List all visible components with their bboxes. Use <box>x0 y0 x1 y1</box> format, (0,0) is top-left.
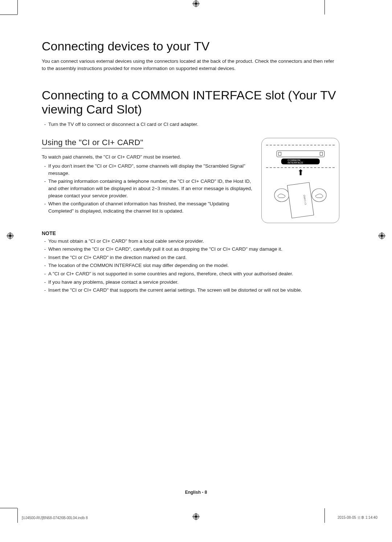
registration-mark-icon <box>7 232 14 239</box>
note-item: -A "CI or CI+ CARD" is not supported in … <box>42 270 339 278</box>
note-heading: NOTE <box>42 230 339 236</box>
dash-icon: - <box>42 238 48 245</box>
figure-ci-slot: COMMON INTERFACE ⬆ CI CARD <box>261 138 339 223</box>
dash-icon: - <box>42 279 48 286</box>
note-text: The location of the COMMON INTERFACE slo… <box>48 262 339 269</box>
intro-paragraph: You can connect various external devices… <box>42 58 339 72</box>
print-metadata: [UJ4500-RU]BN68-07426B-00L04.indb 8 2015… <box>22 515 377 520</box>
dash-icon: - <box>42 262 48 269</box>
dash-icon: - <box>42 163 48 177</box>
note-text: A "CI or CI+ CARD" is not supported in s… <box>48 270 339 278</box>
crop-mark <box>17 508 18 523</box>
note-text: When removing the "CI or CI+ CARD", care… <box>48 246 339 253</box>
note-text: Insert the "CI or CI+ CARD" in the direc… <box>48 254 339 261</box>
dash-icon: - <box>42 287 48 294</box>
note-item: -You must obtain a "CI or CI+ CARD" from… <box>42 238 339 245</box>
crop-mark <box>324 0 325 15</box>
svg-point-14 <box>381 235 383 237</box>
bullet-text: Turn the TV off to connect or disconnect… <box>48 121 339 128</box>
bullet-pairing-info: -The pairing information containing a te… <box>42 178 252 199</box>
svg-point-4 <box>195 3 197 5</box>
note-text: You must obtain a "CI or CI+ CARD" from … <box>48 238 339 245</box>
note-text: Insert the "CI or CI+ CARD" that support… <box>48 287 339 294</box>
bullet-scrambled: -If you don't insert the "CI or CI+ CARD… <box>42 163 252 177</box>
registration-mark-icon <box>378 232 385 239</box>
card-label: CI CARD <box>303 194 306 205</box>
arrow-up-icon: ⬆ <box>297 168 304 177</box>
registration-mark-icon <box>192 0 200 7</box>
heading-common-interface: Connecting to a COMMON INTERFACE slot (Y… <box>42 88 339 116</box>
bullet-turn-off: - Turn the TV off to connect or disconne… <box>42 121 339 128</box>
print-timestamp: 2015-08-05 오후 1:14:40 <box>338 515 377 520</box>
print-filename: [UJ4500-RU]BN68-07426B-00L04.indb 8 <box>22 516 88 520</box>
dash-icon: - <box>42 178 48 199</box>
note-text: If you have any problems, please contact… <box>48 279 339 286</box>
note-item: -Insert the "CI or CI+ CARD" in the dire… <box>42 254 339 261</box>
dashed-line <box>266 145 335 145</box>
page-footer: English - 8 <box>0 490 392 495</box>
note-item: -If you have any problems, please contac… <box>42 279 339 286</box>
dash-icon: - <box>42 200 48 214</box>
dash-icon: - <box>42 254 48 261</box>
dash-icon: - <box>42 121 48 128</box>
bullet-text: When the configuration of channel inform… <box>48 200 252 214</box>
bullet-text: The pairing information containing a tel… <box>48 178 252 199</box>
heading-connecting-devices: Connecting devices to your TV <box>42 39 339 53</box>
crop-mark <box>0 508 17 508</box>
slot-label: COMMON INTERFACE <box>281 159 320 164</box>
note-item: -The location of the COMMON INTERFACE sl… <box>42 262 339 269</box>
paragraph-paid-channels: To watch paid channels, the "CI or CI+ C… <box>42 153 252 161</box>
note-item: -Insert the "CI or CI+ CARD" that suppor… <box>42 287 339 294</box>
dash-icon: - <box>42 246 48 253</box>
bullet-updating-completed: -When the configuration of channel infor… <box>42 200 252 214</box>
subheading-using-ci-card: Using the "CI or CI+ CARD" <box>42 138 143 148</box>
page-content: Connecting devices to your TV You can co… <box>42 39 339 295</box>
ci-card-icon: CI CARD <box>287 182 314 218</box>
hand-left-icon <box>274 188 289 203</box>
hand-right-icon <box>311 188 327 203</box>
crop-mark <box>17 0 18 15</box>
dash-icon: - <box>42 270 48 278</box>
bullet-text: If you don't insert the "CI or CI+ CARD"… <box>48 163 252 177</box>
crop-mark <box>0 15 17 15</box>
svg-point-9 <box>9 235 11 237</box>
note-item: -When removing the "CI or CI+ CARD", car… <box>42 246 339 253</box>
ci-slot-icon <box>277 151 324 157</box>
